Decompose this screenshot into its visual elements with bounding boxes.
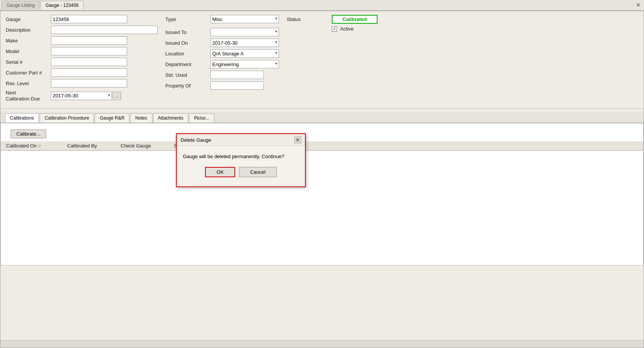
- tab-gauge-listing[interactable]: Gauge Listing: [2, 1, 40, 10]
- tab-gauge-detail[interactable]: Gauge - 123456: [40, 1, 84, 10]
- dialog-body: Gauge will be deleted permanently. Conti…: [177, 146, 305, 186]
- dialog-ok-button[interactable]: OK: [205, 167, 235, 177]
- dialog-overlay: Delete Gauge ✕ Gauge will be deleted per…: [0, 11, 644, 348]
- window-close-button[interactable]: ✕: [635, 2, 642, 8]
- delete-gauge-dialog: Delete Gauge ✕ Gauge will be deleted per…: [176, 133, 306, 187]
- dialog-title: Delete Gauge: [181, 137, 211, 143]
- title-bar: Gauge Listing Gauge - 123456 ✕: [0, 0, 644, 11]
- dialog-title-bar: Delete Gauge ✕: [177, 134, 305, 146]
- dialog-close-button[interactable]: ✕: [294, 136, 301, 143]
- dialog-message: Gauge will be deleted permanently. Conti…: [183, 154, 299, 159]
- dialog-cancel-button[interactable]: Cancel: [239, 167, 276, 177]
- dialog-buttons: OK Cancel: [183, 167, 299, 183]
- main-window: Gauge Description Make Model Serial # Cu…: [0, 11, 644, 348]
